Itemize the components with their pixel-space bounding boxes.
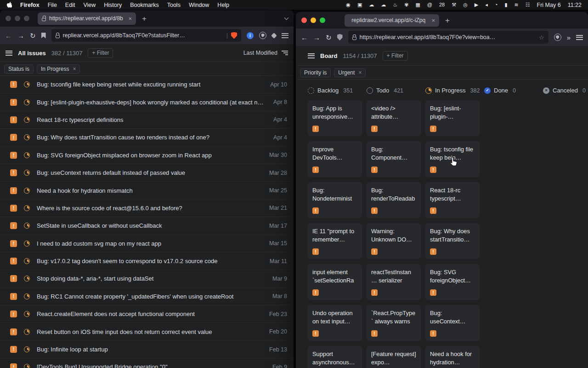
issue-card[interactable]: Bug: Why does startTransitio… (425, 223, 480, 259)
menu-edit[interactable]: Edit (65, 2, 75, 8)
active-app-name[interactable]: Firefox (20, 2, 40, 8)
menu-bookmarks[interactable]: Bookmarks (130, 2, 159, 8)
issue-card[interactable]: <video /> attribute… (367, 100, 421, 136)
overflow-chevrons-icon[interactable]: » (567, 34, 571, 41)
wifi-icon[interactable]: ≋ (514, 2, 518, 7)
issue-row[interactable]: React 18-rc typescript definitionsApr 4 (0, 111, 294, 129)
issue-row[interactable]: Bug: [eslint-plugin-exhaustive-deps] hoo… (0, 93, 294, 111)
privacy-shield-icon[interactable] (259, 32, 266, 39)
issue-card[interactable]: Undo operation on text input… (308, 305, 362, 341)
battery-icon[interactable]: ▮ (504, 2, 507, 7)
issue-card[interactable]: Bug: App is unresponsive… (308, 100, 362, 136)
minimize-window-button[interactable] (311, 17, 316, 23)
tracking-protection-shield-icon[interactable] (337, 34, 343, 40)
issue-row[interactable]: Bug: RC1 Cannot create property '_update… (0, 288, 294, 305)
address-bar[interactable]: https://repliear.vercel.app/d/8bTaoq7F0e… (348, 31, 548, 44)
list-tabs-chevron-icon[interactable] (284, 16, 289, 20)
issue-card[interactable]: IE 11 "prompt to remember… (308, 223, 362, 259)
reload-icon[interactable]: ↻ (326, 34, 332, 41)
zoom-window-button[interactable] (320, 17, 325, 23)
app-menu-icon[interactable] (6, 51, 12, 56)
add-filter-button[interactable]: + Filter (383, 51, 408, 61)
tools-icon[interactable]: ⚒ (452, 2, 456, 7)
privacy-mask-icon[interactable] (554, 34, 561, 41)
issue-row[interactable]: Need a hook for hydration mismatchMar 25 (0, 182, 294, 199)
issue-card[interactable]: Warning: Unknown DO… (367, 223, 421, 259)
issue-card[interactable]: reactTestInstan… serializer (367, 264, 421, 300)
menubar-date[interactable]: Fri May 6 (537, 2, 561, 8)
filter-field-chip[interactable]: Status is (4, 64, 34, 74)
back-icon[interactable]: ← (5, 32, 12, 39)
bookmark-star-icon[interactable]: ☆ (539, 34, 544, 40)
app-menu-icon[interactable] (308, 53, 315, 58)
issue-card[interactable]: input element `setSelectionRa… (308, 264, 362, 300)
issue-card[interactable]: Need a hook for hydration… (425, 346, 480, 368)
grid-icon[interactable]: ▦ (415, 2, 420, 7)
info-icon[interactable]: i (247, 32, 254, 39)
menu-file[interactable]: File (48, 2, 57, 8)
add-filter-button[interactable]: + Filter (88, 48, 113, 58)
user-icon[interactable]: ◔ (495, 2, 498, 7)
issue-row[interactable]: [DevTools Bug] Unsupported Bridge operat… (0, 358, 294, 368)
switches-icon[interactable]: ☷ (526, 2, 530, 7)
record-icon[interactable]: ◉ (346, 2, 351, 7)
browser-menu-icon[interactable] (282, 33, 288, 38)
sort-label[interactable]: Last Modified (243, 50, 277, 56)
extensions-icon[interactable] (271, 33, 277, 39)
brave-shield-icon[interactable] (231, 32, 237, 39)
mention-icon[interactable]: @ (427, 2, 432, 7)
screen-icon[interactable]: ▣ (357, 2, 362, 7)
issue-card[interactable]: Support asynchronous… (308, 346, 362, 368)
drink-icon[interactable]: ♨ (393, 2, 397, 7)
issue-row[interactable]: Bug: Why does startTransition cause two … (0, 129, 294, 146)
issue-card[interactable]: Bug: renderToReadab… (367, 182, 421, 218)
menu-help[interactable]: Help (217, 2, 229, 8)
close-tab-icon[interactable]: × (128, 15, 132, 22)
issue-card[interactable]: [Feature request] expo… (367, 346, 421, 368)
menu-tools[interactable]: Tools (167, 2, 181, 8)
issue-row[interactable]: React.createElement does not accept func… (0, 305, 294, 323)
new-tab-button[interactable]: + (142, 15, 147, 23)
filter-field-chip[interactable]: Priority is (300, 68, 331, 77)
issue-card[interactable]: Bug: [eslint-plugin-… (425, 100, 480, 136)
minimize-window-button[interactable] (15, 16, 20, 21)
issue-card[interactable]: Bug: Nondeterminist… (308, 182, 362, 218)
close-window-button[interactable] (301, 17, 307, 23)
forward-icon[interactable]: → (17, 32, 24, 39)
sort-icon[interactable] (282, 51, 288, 55)
cloud2-icon[interactable]: ☁ (381, 2, 386, 7)
issue-row[interactable]: Where is the source code of react@15.6.0… (0, 200, 294, 217)
filter-value-chip[interactable]: In Progress × (37, 64, 80, 74)
remove-filter-icon[interactable]: × (358, 69, 362, 76)
bookmarks-icon[interactable] (41, 33, 46, 39)
zoom-window-button[interactable] (24, 16, 29, 21)
issue-row[interactable]: Bug: Infinite loop at startupFeb 13 (0, 341, 294, 358)
cloud-icon[interactable]: ☁ (369, 2, 374, 7)
issue-row[interactable]: SetState in useCallback or without useCa… (0, 217, 294, 235)
issue-card[interactable]: Bug: Component… (367, 141, 421, 177)
issue-card[interactable]: Bug: tsconfig file keep bein… (425, 141, 480, 177)
browser-tab[interactable]: replidraw2.vercel.app/d/c-iZpq × (345, 14, 439, 27)
issue-row[interactable]: Bug: tsconfig file keep being reset whil… (0, 76, 294, 93)
new-tab-button[interactable]: + (445, 17, 450, 24)
issue-card[interactable]: Improve DevTools… (308, 141, 362, 177)
menu-history[interactable]: History (104, 2, 122, 8)
close-tab-icon[interactable]: × (431, 17, 435, 24)
paw-icon[interactable]: ✾ (404, 2, 408, 7)
issue-card[interactable]: `React.PropType` always warns ab… (367, 305, 421, 341)
remove-filter-icon[interactable]: × (73, 66, 76, 72)
forward-icon[interactable]: → (313, 34, 320, 41)
issue-row[interactable]: Stop doing data-*, aria-*, start using d… (0, 270, 294, 288)
reload-icon[interactable]: ↻ (30, 32, 36, 39)
issue-card[interactable]: Bug: useContext… (425, 305, 480, 341)
apple-logo-icon[interactable] (6, 2, 12, 8)
volume-icon[interactable]: ◂ (485, 2, 488, 7)
play-icon[interactable]: ▶ (475, 2, 478, 7)
menu-view[interactable]: View (83, 2, 96, 8)
browser-tab[interactable]: https://repliear.vercel.app/d/8b × (38, 12, 136, 25)
issue-row[interactable]: Bug: useContext returns default instead … (0, 164, 294, 182)
issue-row[interactable]: Bug: SVG foreignObject misplaced on brow… (0, 147, 294, 164)
close-window-button[interactable] (6, 16, 11, 21)
issue-row[interactable]: Bug: v17.0.2 tag doesn't seem to corresp… (0, 253, 294, 270)
menubar-time[interactable]: 11:22 (568, 2, 582, 8)
